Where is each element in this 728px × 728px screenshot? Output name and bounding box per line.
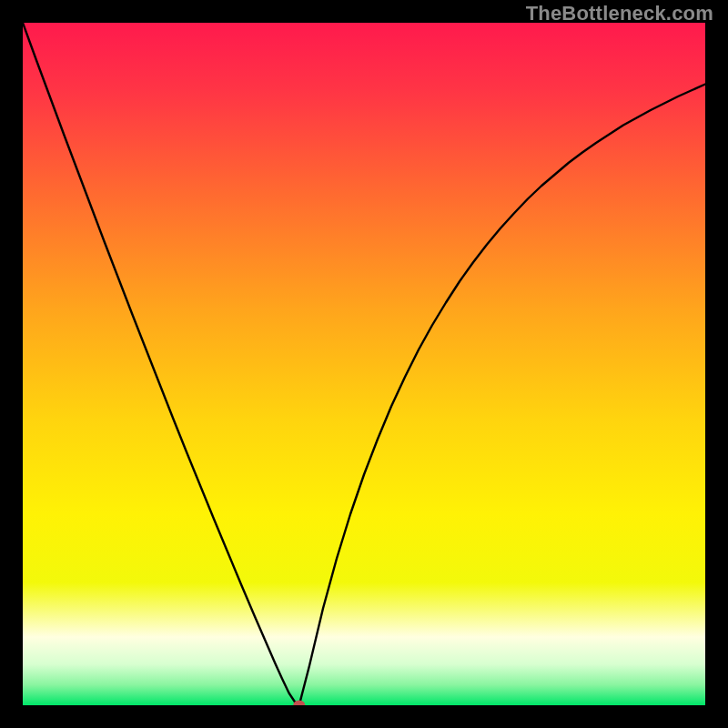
watermark-text: TheBottleneck.com [526, 2, 713, 25]
bottleneck-chart [23, 23, 705, 705]
gradient-background [23, 23, 705, 705]
chart-frame: TheBottleneck.com [0, 0, 728, 728]
